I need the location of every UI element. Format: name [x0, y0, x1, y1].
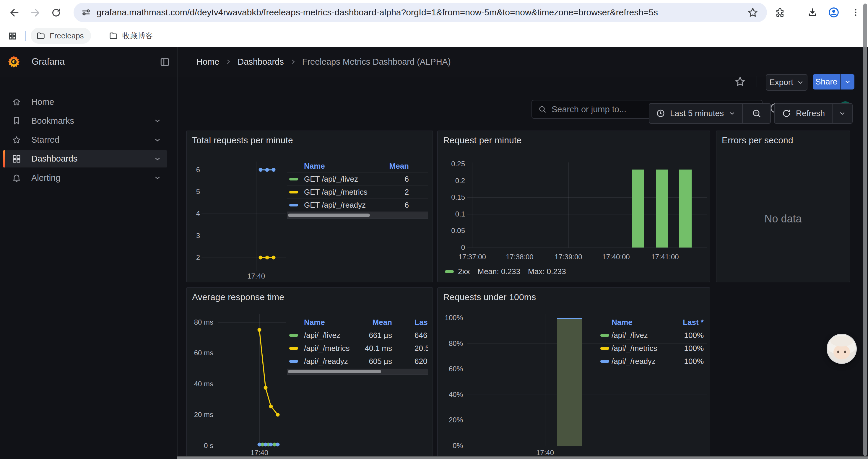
legend-column-header[interactable]: Mean [380, 162, 409, 171]
search-icon [538, 105, 547, 114]
chevron-down-icon [154, 174, 161, 182]
forward-icon[interactable] [30, 7, 41, 19]
bookmark-star-icon[interactable] [747, 6, 759, 18]
star-icon [12, 135, 21, 145]
legend-column-header[interactable]: Mean [356, 318, 392, 327]
no-data-message: No data [716, 213, 850, 225]
legend-hscrollbar[interactable] [287, 212, 428, 219]
sidebar-item-home[interactable]: Home [3, 93, 167, 110]
legend-column-header[interactable]: Last * [392, 318, 428, 327]
legend[interactable]: 2xx Mean: 0.233 Max: 0.233 [445, 267, 566, 276]
legend-row[interactable]: /api/_/metrics40.1 ms20.5 ms [287, 342, 428, 355]
bookmarks-divider [25, 31, 26, 41]
time-range-picker[interactable]: Last 5 minutes [649, 103, 771, 124]
url-text[interactable]: grafana.mathmast.com/d/deytv4rwavabkb/fr… [97, 7, 747, 18]
x-tick-label: 17:37:00 [458, 253, 486, 261]
floating-avatar[interactable] [828, 335, 856, 363]
apps-grid-icon[interactable] [7, 31, 18, 41]
series-color-swatch [289, 334, 298, 337]
y-axis-labels: 80 ms60 ms40 ms20 ms0 s [187, 314, 213, 446]
avatar-eye [837, 351, 839, 353]
panel-title[interactable]: Average response time [192, 292, 284, 302]
share-dropdown-button[interactable] [840, 74, 855, 90]
breadcrumb: Home Dashboards Freeleaps Metrics Dashbo… [196, 47, 451, 77]
url-bar[interactable]: grafana.mathmast.com/d/deytv4rwavabkb/fr… [73, 3, 767, 22]
x-tick-label: 17:39:00 [555, 253, 582, 261]
bookmark-item-blogs[interactable]: 收藏博客 [103, 28, 160, 44]
toolbar-divider [798, 8, 798, 17]
bookmark-item-freeleaps[interactable]: Freeleaps [31, 28, 91, 44]
legend-row[interactable]: GET /api/_/livez6 [287, 173, 428, 186]
data-point [269, 443, 273, 447]
series-color-swatch [289, 178, 298, 181]
panel-title[interactable]: Request per minute [443, 135, 522, 145]
sidebar-item-starred[interactable]: Starred [3, 131, 167, 149]
legend-last: 20.5 ms [392, 344, 428, 353]
legend-row[interactable]: /api/_/metrics100% [598, 342, 707, 355]
grafana-logo[interactable] [7, 55, 21, 68]
brand-name[interactable]: Grafana [32, 47, 65, 77]
menu-dots-icon[interactable] [850, 6, 862, 18]
legend-mean: Mean: 0.233 [477, 267, 520, 276]
chevron-down-icon [154, 117, 161, 125]
horizontal-scrollbar[interactable] [177, 456, 868, 459]
legend-last: 100% [671, 344, 704, 353]
legend-column-header[interactable]: Name [612, 318, 671, 327]
x-tick-label: 17:38:00 [506, 253, 533, 261]
panel-title[interactable]: Errors per second [722, 135, 793, 145]
bar [632, 169, 644, 248]
site-settings-icon[interactable] [80, 6, 92, 18]
reload-icon[interactable] [50, 7, 62, 19]
y-tick-label: 80% [449, 339, 463, 348]
legend-hscrollbar[interactable] [287, 369, 428, 375]
data-point [264, 443, 267, 447]
avatar-bangs [831, 336, 853, 347]
zoom-out-button[interactable] [743, 108, 770, 119]
sidebar-item-bookmarks[interactable]: Bookmarks [3, 112, 167, 129]
legend-name: /api/_/readyz [612, 357, 671, 366]
y-tick-label: 100% [445, 314, 463, 322]
legend-column-header[interactable]: Last * [671, 318, 704, 327]
legend-row[interactable]: GET /api/_/metrics2 [287, 186, 428, 199]
legend-row[interactable]: /api/_/readyz605 µs620 µs [287, 355, 428, 368]
legend-series-name: 2xx [458, 267, 470, 276]
legend-row[interactable]: GET /api/_/readyz6 [287, 199, 428, 212]
breadcrumb-dashboards[interactable]: Dashboards [238, 57, 284, 67]
legend-last: 100% [671, 331, 704, 340]
vertical-scrollbar[interactable] [863, 4, 867, 456]
refresh-interval-dropdown[interactable] [833, 110, 852, 117]
chevron-down-icon [797, 79, 804, 86]
sidebar-item-dashboards[interactable]: Dashboards [3, 150, 167, 167]
panel-title[interactable]: Total requests per minute [192, 135, 293, 145]
legend-row[interactable]: /api/_/livez100% [598, 329, 707, 342]
chevron-down-icon [728, 110, 736, 117]
y-tick-label: 20 ms [194, 411, 213, 419]
time-range-label: Last 5 minutes [670, 109, 724, 118]
legend-column-header[interactable]: Name [304, 318, 356, 327]
legend-column-header[interactable]: Name [304, 162, 380, 171]
favorite-star-icon[interactable] [734, 75, 747, 88]
export-button[interactable]: Export [766, 74, 807, 91]
panel-title[interactable]: Requests under 100ms [443, 292, 536, 302]
home-icon [12, 97, 21, 107]
legend-mean: 40.1 ms [356, 344, 392, 353]
share-button[interactable]: Share [813, 74, 840, 90]
legend-max: Max: 0.233 [528, 267, 566, 276]
panel-requests-under-100ms: Requests under 100ms 100%80%60%40%20%0% … [437, 287, 710, 459]
breadcrumb-home[interactable]: Home [196, 57, 219, 67]
legend-name: GET /api/_/metrics [304, 188, 380, 197]
sidebar-item-alerting[interactable]: Alerting [3, 169, 167, 186]
refresh-button[interactable]: Refresh [774, 103, 852, 124]
plot-area [202, 162, 286, 271]
legend-mean: 661 µs [356, 331, 392, 340]
back-icon[interactable] [8, 7, 20, 19]
x-axis-labels: 17:40 [467, 448, 707, 456]
profile-icon[interactable] [827, 6, 840, 19]
legend-name: /api/_/livez [612, 331, 671, 340]
dock-sidebar-icon[interactable] [159, 56, 171, 68]
legend-row[interactable]: /api/_/readyz100% [598, 355, 707, 368]
data-point [269, 404, 273, 408]
download-icon[interactable] [807, 6, 818, 18]
extensions-icon[interactable] [774, 6, 786, 18]
legend-row[interactable]: /api/_/livez661 µs646 µs [287, 329, 428, 342]
